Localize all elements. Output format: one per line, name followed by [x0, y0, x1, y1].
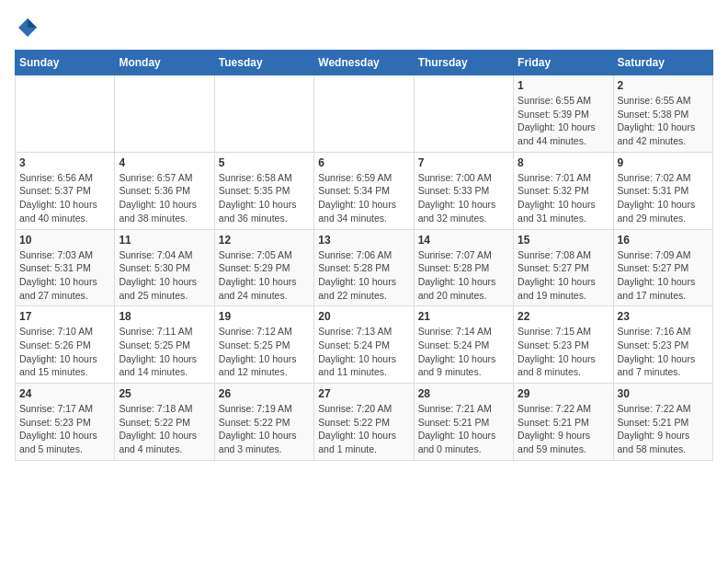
calendar-cell: 14Sunrise: 7:07 AM Sunset: 5:28 PM Dayli… [414, 229, 513, 306]
day-number: 11 [119, 234, 210, 247]
day-info: Sunrise: 7:22 AM Sunset: 5:21 PM Dayligh… [618, 402, 709, 456]
day-number: 24 [19, 387, 110, 400]
logo-icon [15, 15, 40, 40]
calendar-cell: 7Sunrise: 7:00 AM Sunset: 5:33 PM Daylig… [414, 152, 513, 229]
day-info: Sunrise: 7:19 AM Sunset: 5:22 PM Dayligh… [219, 402, 310, 456]
calendar-table: SundayMondayTuesdayWednesdayThursdayFrid… [15, 50, 713, 461]
weekday-header: Tuesday [214, 51, 313, 75]
calendar-cell: 21Sunrise: 7:14 AM Sunset: 5:24 PM Dayli… [414, 306, 513, 384]
calendar-cell [16, 75, 115, 153]
calendar-cell [115, 75, 214, 153]
day-info: Sunrise: 7:06 AM Sunset: 5:28 PM Dayligh… [318, 248, 409, 303]
calendar-cell: 22Sunrise: 7:15 AM Sunset: 5:23 PM Dayli… [514, 306, 613, 384]
calendar-cell: 24Sunrise: 7:17 AM Sunset: 5:23 PM Dayli… [16, 384, 115, 461]
day-number: 21 [418, 310, 509, 323]
day-info: Sunrise: 7:10 AM Sunset: 5:26 PM Dayligh… [19, 325, 110, 379]
calendar-cell: 2Sunrise: 6:55 AM Sunset: 5:38 PM Daylig… [613, 75, 712, 153]
day-info: Sunrise: 7:07 AM Sunset: 5:28 PM Dayligh… [418, 248, 509, 303]
calendar-cell: 20Sunrise: 7:13 AM Sunset: 5:24 PM Dayli… [314, 306, 414, 384]
weekday-header: Sunday [16, 51, 115, 75]
day-number: 7 [418, 156, 509, 169]
day-info: Sunrise: 7:12 AM Sunset: 5:25 PM Dayligh… [219, 325, 310, 379]
day-number: 5 [219, 156, 310, 169]
calendar-cell: 10Sunrise: 7:03 AM Sunset: 5:31 PM Dayli… [16, 229, 115, 306]
day-info: Sunrise: 7:15 AM Sunset: 5:23 PM Dayligh… [518, 325, 609, 379]
day-number: 23 [618, 310, 709, 323]
day-number: 19 [219, 310, 310, 323]
day-info: Sunrise: 7:14 AM Sunset: 5:24 PM Dayligh… [418, 325, 509, 379]
calendar-cell: 28Sunrise: 7:21 AM Sunset: 5:21 PM Dayli… [414, 384, 513, 461]
day-number: 8 [518, 156, 609, 169]
day-info: Sunrise: 7:16 AM Sunset: 5:23 PM Dayligh… [618, 325, 709, 379]
calendar-cell [214, 75, 313, 153]
calendar-week-row: 24Sunrise: 7:17 AM Sunset: 5:23 PM Dayli… [16, 384, 713, 461]
day-info: Sunrise: 7:13 AM Sunset: 5:24 PM Dayligh… [318, 325, 409, 379]
day-number: 1 [518, 79, 609, 92]
calendar-cell: 19Sunrise: 7:12 AM Sunset: 5:25 PM Dayli… [214, 306, 313, 384]
weekday-header: Saturday [613, 51, 712, 75]
day-info: Sunrise: 7:01 AM Sunset: 5:32 PM Dayligh… [518, 171, 609, 225]
day-number: 30 [618, 387, 709, 400]
calendar-cell: 29Sunrise: 7:22 AM Sunset: 5:21 PM Dayli… [514, 384, 613, 461]
day-info: Sunrise: 6:59 AM Sunset: 5:34 PM Dayligh… [318, 171, 409, 225]
calendar-cell: 13Sunrise: 7:06 AM Sunset: 5:28 PM Dayli… [314, 229, 414, 306]
logo [15, 15, 44, 40]
day-info: Sunrise: 7:03 AM Sunset: 5:31 PM Dayligh… [19, 248, 110, 303]
day-number: 10 [19, 234, 110, 247]
calendar-cell: 30Sunrise: 7:22 AM Sunset: 5:21 PM Dayli… [613, 384, 712, 461]
calendar-cell: 15Sunrise: 7:08 AM Sunset: 5:27 PM Dayli… [514, 229, 613, 306]
day-number: 20 [318, 310, 409, 323]
day-number: 29 [518, 387, 609, 400]
calendar-cell [314, 75, 414, 153]
day-info: Sunrise: 7:17 AM Sunset: 5:23 PM Dayligh… [19, 402, 110, 456]
calendar-cell: 3Sunrise: 6:56 AM Sunset: 5:37 PM Daylig… [16, 152, 115, 229]
day-info: Sunrise: 7:02 AM Sunset: 5:31 PM Dayligh… [618, 171, 709, 225]
weekday-header: Friday [514, 51, 613, 75]
calendar-cell: 27Sunrise: 7:20 AM Sunset: 5:22 PM Dayli… [314, 384, 414, 461]
day-number: 16 [618, 234, 709, 247]
day-info: Sunrise: 7:04 AM Sunset: 5:30 PM Dayligh… [119, 248, 210, 303]
calendar-week-row: 17Sunrise: 7:10 AM Sunset: 5:26 PM Dayli… [16, 306, 713, 384]
day-number: 22 [518, 310, 609, 323]
day-info: Sunrise: 7:20 AM Sunset: 5:22 PM Dayligh… [318, 402, 409, 456]
calendar-cell: 25Sunrise: 7:18 AM Sunset: 5:22 PM Dayli… [115, 384, 214, 461]
day-number: 27 [318, 387, 409, 400]
day-number: 26 [219, 387, 310, 400]
weekday-header: Wednesday [314, 51, 414, 75]
weekday-header: Thursday [414, 51, 513, 75]
calendar-cell: 5Sunrise: 6:58 AM Sunset: 5:35 PM Daylig… [214, 152, 313, 229]
calendar-cell: 6Sunrise: 6:59 AM Sunset: 5:34 PM Daylig… [314, 152, 414, 229]
calendar-cell: 1Sunrise: 6:55 AM Sunset: 5:39 PM Daylig… [514, 75, 613, 153]
day-number: 17 [19, 310, 110, 323]
day-number: 2 [618, 79, 709, 92]
calendar-cell: 8Sunrise: 7:01 AM Sunset: 5:32 PM Daylig… [514, 152, 613, 229]
day-number: 3 [19, 156, 110, 169]
calendar-cell: 23Sunrise: 7:16 AM Sunset: 5:23 PM Dayli… [613, 306, 712, 384]
day-info: Sunrise: 6:55 AM Sunset: 5:39 PM Dayligh… [518, 94, 609, 148]
calendar-week-row: 1Sunrise: 6:55 AM Sunset: 5:39 PM Daylig… [16, 75, 713, 153]
calendar-week-row: 10Sunrise: 7:03 AM Sunset: 5:31 PM Dayli… [16, 229, 713, 306]
day-number: 28 [418, 387, 509, 400]
day-number: 13 [318, 234, 409, 247]
day-number: 12 [219, 234, 310, 247]
day-number: 18 [119, 310, 210, 323]
day-number: 4 [119, 156, 210, 169]
day-number: 15 [518, 234, 609, 247]
day-info: Sunrise: 7:05 AM Sunset: 5:29 PM Dayligh… [219, 248, 310, 303]
calendar-cell: 12Sunrise: 7:05 AM Sunset: 5:29 PM Dayli… [214, 229, 313, 306]
day-info: Sunrise: 6:55 AM Sunset: 5:38 PM Dayligh… [618, 94, 709, 148]
day-number: 9 [618, 156, 709, 169]
day-info: Sunrise: 7:09 AM Sunset: 5:27 PM Dayligh… [618, 248, 709, 303]
day-info: Sunrise: 7:00 AM Sunset: 5:33 PM Dayligh… [418, 171, 509, 225]
day-info: Sunrise: 6:56 AM Sunset: 5:37 PM Dayligh… [19, 171, 110, 225]
day-info: Sunrise: 6:57 AM Sunset: 5:36 PM Dayligh… [119, 171, 210, 225]
day-info: Sunrise: 7:22 AM Sunset: 5:21 PM Dayligh… [518, 402, 609, 456]
day-info: Sunrise: 7:21 AM Sunset: 5:21 PM Dayligh… [418, 402, 509, 456]
svg-marker-1 [28, 18, 37, 28]
calendar-cell: 9Sunrise: 7:02 AM Sunset: 5:31 PM Daylig… [613, 152, 712, 229]
calendar-cell [414, 75, 513, 153]
calendar-cell: 16Sunrise: 7:09 AM Sunset: 5:27 PM Dayli… [613, 229, 712, 306]
calendar-cell: 17Sunrise: 7:10 AM Sunset: 5:26 PM Dayli… [16, 306, 115, 384]
calendar-cell: 11Sunrise: 7:04 AM Sunset: 5:30 PM Dayli… [115, 229, 214, 306]
calendar-header-row: SundayMondayTuesdayWednesdayThursdayFrid… [16, 51, 713, 75]
